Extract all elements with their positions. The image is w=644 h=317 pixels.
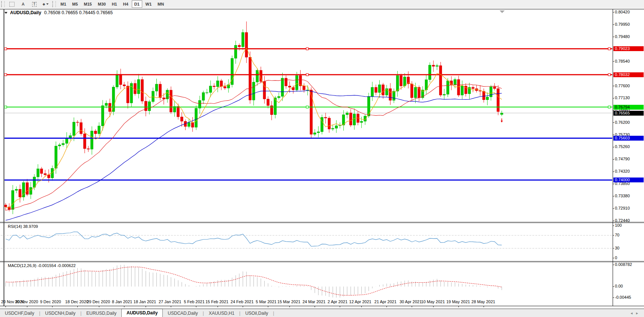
date-label: 15 Feb 2021	[205, 299, 228, 304]
timeframe-m30[interactable]: M30	[95, 0, 108, 8]
macd-tick-label: -0.00445	[615, 295, 631, 299]
chart-frame	[0, 9, 644, 309]
price-tick-label: 0.77130	[615, 95, 630, 100]
date-label: 19 May 2021	[446, 299, 470, 304]
timeframe-mn[interactable]: MN	[155, 0, 167, 8]
horizontal-lines-layer[interactable]	[4, 48, 612, 180]
hline-handle[interactable]	[4, 106, 7, 108]
moving-averages-layer	[6, 48, 502, 220]
date-label: 10 May 2021	[421, 299, 445, 304]
chart-shift-marker-icon[interactable]	[500, 10, 505, 13]
timeframe-h1[interactable]: H1	[109, 0, 119, 8]
date-label: 28 May 2021	[472, 299, 495, 304]
tabs-scroll-right-icon[interactable]: ►	[635, 311, 641, 315]
price-level-badge: 0.74000	[613, 178, 644, 182]
tab-usdcad-daily[interactable]: USDCAD,Daily	[163, 310, 203, 317]
price-tick-label: 0.72440	[615, 218, 630, 223]
tab-eurusd-daily[interactable]: EURUSD,Daily	[81, 310, 121, 317]
date-label: 21 Apr 2021	[374, 299, 396, 304]
price-tick-label: 0.79950	[615, 22, 630, 26]
toolbar-grip[interactable]	[1, 1, 5, 7]
price-level-badge: 0.75603	[613, 136, 644, 141]
date-label: 18 Dec 2020	[65, 299, 88, 304]
tab-usdcnh-daily[interactable]: USDCNH,Daily	[40, 310, 80, 317]
date-label: 30 Nov 2020	[15, 299, 38, 304]
candles-layer	[4, 22, 503, 214]
shapes-dropdown-caret[interactable]	[46, 3, 49, 5]
price-tick-label: 0.74790	[615, 157, 630, 161]
timeframe-w1[interactable]: W1	[143, 0, 155, 8]
tab-audusd-daily[interactable]: AUDUSD,Daily	[121, 309, 163, 317]
date-label: 18 Jan 2021	[134, 299, 156, 304]
price-level-badge: 0.79023	[613, 46, 644, 51]
macd-indicator-label: MACD(12,26,9) -0.001554 -0.000622	[8, 263, 76, 268]
price-tick-label: 0.78540	[615, 59, 630, 63]
text-label-tool-icon[interactable]: A	[18, 0, 29, 8]
tab-xauusd-h1[interactable]: XAUUSD,H1	[204, 310, 239, 317]
date-label: 27 Jan 2021	[159, 299, 181, 304]
date-label: 5 Feb 2021	[184, 299, 205, 304]
date-label: 24 Feb 2021	[231, 299, 254, 304]
hline-handle[interactable]	[4, 48, 7, 50]
text-box-tool-icon[interactable]: T	[29, 0, 40, 8]
price-tick-label: 0.77600	[615, 84, 630, 88]
price-tick-label: 0.76200	[615, 120, 630, 125]
date-label: 24 Mar 2021	[302, 299, 326, 304]
date-label: 5 Mar 2021	[256, 299, 277, 304]
rsi-panel	[1, 232, 612, 248]
price-tick-label: 0.73380	[615, 194, 630, 198]
price-level-badge: 0.76794	[613, 105, 644, 110]
macd-tick-label: 0.008782	[615, 262, 632, 267]
chart-symbol-label: AUDUSD,Daily	[10, 10, 41, 15]
tab-separator: |	[273, 311, 274, 316]
tab-usdchf-daily[interactable]: USDCHF,Daily	[0, 310, 39, 317]
price-tick-label: 0.72910	[615, 206, 630, 210]
date-label: 9 Dec 2020	[40, 299, 61, 304]
shapes-tool-icon[interactable]: ◆	[40, 0, 51, 8]
rsi-tick-label: 70	[615, 233, 619, 237]
axes-layer	[6, 12, 614, 307]
rsi-tick-label: 0	[615, 255, 617, 260]
tabs-scroll-left-icon[interactable]: ◄	[630, 311, 635, 315]
macd-panel	[6, 265, 502, 298]
hline-handle[interactable]	[306, 48, 308, 50]
hline-handle[interactable]	[608, 73, 610, 76]
chart-title: AUDUSD,Daily 0.76508 0.76655 0.76445 0.7…	[4, 10, 113, 15]
chart-window: AUDUSD,Daily 0.76508 0.76655 0.76445 0.7…	[0, 8, 644, 309]
ma-slow-line	[6, 91, 502, 220]
timeframe-m5[interactable]: M5	[69, 0, 80, 8]
timeframe-d1[interactable]: D1	[132, 0, 142, 8]
hline-handle[interactable]	[608, 106, 610, 108]
selection-tool-icon[interactable]	[6, 0, 18, 8]
tab-usoil-daily[interactable]: USOil,Daily	[240, 310, 273, 317]
top-toolbar: A T ◆ M1 M5 M15 M30 H1 H4 D1 W1 MN	[0, 0, 644, 9]
date-label: 15 Mar 2021	[277, 299, 301, 304]
price-tick-label: 0.80420	[615, 10, 630, 14]
timeframe-m1[interactable]: M1	[58, 0, 69, 8]
price-tick-label: 0.79480	[615, 34, 630, 39]
timeframe-m15[interactable]: M15	[81, 0, 94, 8]
date-label: 29 Dec 2020	[87, 299, 110, 304]
hline-handle[interactable]	[4, 73, 7, 76]
date-label: 2 Apr 2021	[328, 299, 348, 304]
toolbar-grip-2[interactable]	[52, 1, 56, 7]
timeframe-h4[interactable]: H4	[120, 0, 131, 8]
rsi-indicator-label: RSI(14) 38.9709	[8, 224, 38, 229]
hline-handle[interactable]	[306, 106, 308, 108]
chart-menu-caret[interactable]	[4, 12, 7, 14]
price-tick-label: 0.75260	[615, 144, 630, 149]
price-tick-label: 0.74320	[615, 169, 630, 173]
price-level-badge: 0.76565	[613, 111, 644, 116]
macd-tick-label: 0.00	[615, 284, 623, 288]
symbol-tabbar: USDCHF,Daily| USDCNH,Daily| EURUSD,Daily…	[0, 309, 644, 317]
date-label: 30 Apr 2021	[399, 299, 421, 304]
date-label: 8 Jan 2021	[112, 299, 132, 304]
rsi-tick-label: 30	[615, 246, 619, 250]
date-label: 12 Apr 2021	[349, 299, 371, 304]
rsi-line	[6, 232, 502, 247]
hline-handle[interactable]	[306, 73, 308, 76]
price-level-badge: 0.78032	[613, 72, 644, 77]
price-chart-surface[interactable]	[0, 8, 644, 309]
rsi-tick-label: 100	[615, 223, 622, 227]
hline-handle[interactable]	[608, 48, 610, 50]
